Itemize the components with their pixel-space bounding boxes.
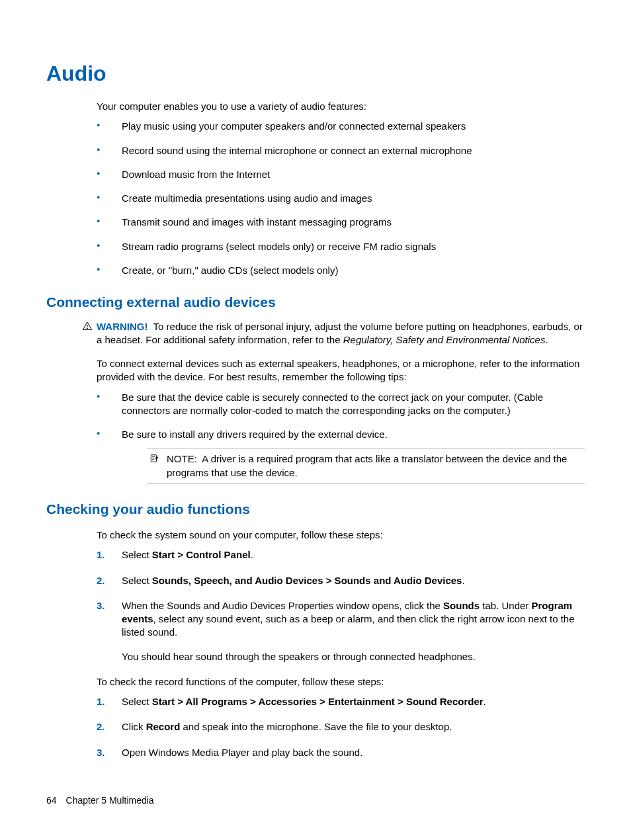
step-item: Select Start > Control Panel. (97, 548, 585, 562)
section-heading-connecting: Connecting external audio devices (46, 293, 585, 312)
tips-list: Be sure that the device cable is securel… (97, 391, 585, 484)
page-footer: 64Chapter 5 Multimedia (46, 794, 154, 798)
step-item: Click Record and speak into the micropho… (97, 720, 585, 734)
list-item: Stream radio programs (select models onl… (97, 240, 585, 253)
warning-icon (82, 321, 93, 331)
list-item: Record sound using the internal micropho… (97, 144, 585, 157)
step-item: When the Sounds and Audio Devices Proper… (97, 599, 585, 663)
list-item: Play music using your computer speakers … (97, 120, 585, 133)
svg-point-1 (87, 327, 87, 328)
page-title: Audio (46, 60, 585, 88)
chapter-label: Chapter 5 Multimedia (66, 795, 154, 798)
list-item: Create multimedia presentations using au… (97, 192, 585, 205)
step-item: Select Start > All Programs > Accessorie… (97, 695, 585, 708)
list-item: Create, or "burn," audio CDs (select mod… (97, 264, 585, 277)
list-item: Download music from the Internet (97, 168, 585, 181)
step-item: Open Windows Media Player and play back … (97, 746, 585, 759)
connect-para: To connect external devices such as exte… (97, 357, 585, 384)
feature-list: Play music using your computer speakers … (97, 120, 585, 277)
list-item: Transmit sound and images with instant m… (97, 216, 585, 229)
list-item: Be sure to install any drivers required … (97, 428, 585, 484)
note-label: NOTE: (167, 453, 197, 464)
note-text: A driver is a required program that acts… (167, 453, 567, 478)
step-sub-para: You should hear sound through the speake… (122, 650, 585, 663)
check-para-1: To check the system sound on your comput… (97, 528, 585, 542)
section-heading-checking: Checking your audio functions (46, 500, 585, 519)
page-number: 64 (46, 795, 57, 798)
note-icon (149, 454, 159, 463)
note-admonition: NOTE: A driver is a required program tha… (147, 448, 585, 484)
warning-label: WARNING! (97, 321, 148, 332)
intro-text: Your computer enables you to use a varie… (97, 100, 585, 113)
check-para-2: To check the record functions of the com… (97, 675, 585, 689)
list-item: Be sure that the device cable is securel… (97, 391, 585, 418)
steps-list-2: Select Start > All Programs > Accessorie… (97, 695, 585, 759)
step-item: Select Sounds, Speech, and Audio Devices… (97, 574, 585, 587)
warning-admonition: WARNING! To reduce the risk of personal … (97, 320, 585, 347)
warning-ref: Regulatory, Safety and Environmental Not… (343, 334, 546, 345)
steps-list-1: Select Start > Control Panel. Select Sou… (97, 548, 585, 663)
